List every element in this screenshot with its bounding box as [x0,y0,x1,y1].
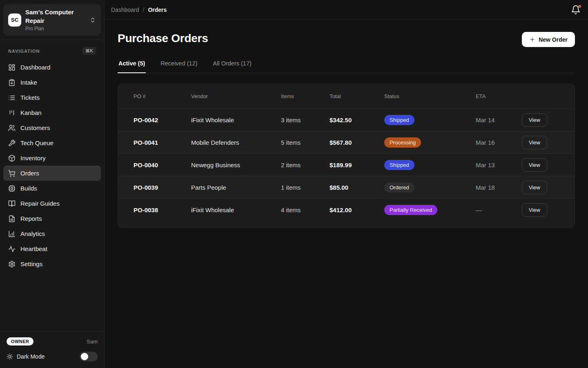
view-button[interactable]: View [522,158,547,172]
sidebar-item-label: Customers [20,124,50,131]
sidebar-item-heartbeat[interactable]: Heartbeat [3,241,101,256]
table-row[interactable]: PO-0038 iFixit Wholesale 4 items $412.00… [118,198,575,221]
status-badge: Ordered [384,182,414,193]
eta-date: Mar 14 [476,117,522,123]
sidebar-item-label: Kanban [20,109,42,116]
po-number: PO-0039 [134,184,191,191]
cpu-icon [8,185,16,192]
view-button[interactable]: View [522,113,547,127]
sidebar-item-orders[interactable]: Orders [3,166,101,181]
activity-icon [8,245,16,253]
tabs: Active (5)Received (12)All Orders (17) [118,60,575,73]
order-total: $189.99 [330,162,384,168]
sidebar-item-builds[interactable]: Builds [3,181,101,196]
table-header: PO #VendorItemsTotalStatusETA [118,84,575,108]
sidebar-item-customers[interactable]: Customers [3,120,101,135]
items-count: 3 items [281,117,330,123]
order-total: $567.80 [330,139,384,146]
sidebar-item-label: Repair Guides [20,200,60,207]
breadcrumb-separator: / [143,7,145,13]
tab-received-12[interactable]: Received (12) [160,60,198,73]
sidebar-item-label: Analytics [20,230,45,237]
table-row[interactable]: PO-0040 Newegg Business 2 items $189.99 … [118,153,575,176]
sidebar-item-reports[interactable]: Reports [3,211,101,226]
vendor-name: Mobile Defenders [191,139,281,146]
page-header: Purchase Orders New Order [118,32,575,47]
sidebar-item-dashboard[interactable]: Dashboard [3,60,101,75]
command-k-shortcut[interactable]: ⌘K [82,47,96,55]
package-icon [8,155,16,162]
dark-mode-row: Dark Mode [7,352,98,361]
role-badge: OWNER [7,337,33,346]
sidebar-item-intake[interactable]: Intake [3,75,101,90]
nav-section-label: NAVIGATION [8,49,40,54]
plus-icon [529,36,535,43]
kanban-icon [8,109,16,117]
page-content: Purchase Orders New Order Active (5)Rece… [105,20,588,240]
users-icon [8,124,16,132]
toggle-knob [81,353,88,360]
org-meta: Sam's Computer Repair Pro Plan [25,8,85,31]
eta-date: Mar 13 [476,162,522,168]
orders-table-card: PO #VendorItemsTotalStatusETA PO-0042 iF… [118,83,575,228]
sidebar-item-label: Tech Queue [20,139,53,146]
nav-list: Dashboard Intake Tickets Kanban Customer… [0,59,104,272]
vendor-name: Newegg Business [191,162,281,168]
sidebar-item-inventory[interactable]: Inventory [3,150,101,166]
org-switcher[interactable]: SC Sam's Computer Repair Pro Plan [3,4,101,36]
breadcrumb: Dashboard / Orders [111,7,167,13]
new-order-button[interactable]: New Order [522,32,575,47]
dashboard-icon [8,64,16,71]
items-count: 2 items [281,162,330,168]
sidebar-item-label: Orders [20,170,39,177]
sidebar-item-label: Builds [20,185,37,192]
status-badge: Processing [384,137,421,148]
sidebar-item-label: Reports [20,215,42,222]
breadcrumb-dashboard[interactable]: Dashboard [111,7,139,13]
book-open-icon [8,200,16,207]
wrench-icon [8,139,16,147]
notification-dot [578,5,581,8]
tab-active-5[interactable]: Active (5) [118,60,146,73]
sidebar-item-label: Inventory [20,155,46,162]
topbar: Dashboard / Orders [105,0,588,20]
table-row[interactable]: PO-0042 iFixit Wholesale 3 items $342.50… [118,108,575,131]
eta-date: — [476,206,522,213]
main-area: Dashboard / Orders Purchase Orders New O… [105,0,588,368]
sidebar-item-repair-guides[interactable]: Repair Guides [3,196,101,211]
dark-mode-toggle[interactable] [80,352,98,361]
sidebar-item-label: Intake [20,79,37,86]
order-total: $342.50 [330,117,384,123]
vendor-name: Parts People [191,184,281,191]
view-button[interactable]: View [522,203,547,217]
sidebar-item-analytics[interactable]: Analytics [3,226,101,241]
po-number: PO-0038 [134,206,191,213]
sidebar-footer: OWNER Sam Dark Mode [0,331,104,368]
po-number: PO-0042 [134,117,191,123]
new-order-label: New Order [539,36,568,43]
view-button[interactable]: View [522,136,547,149]
tab-all-orders-17[interactable]: All Orders (17) [212,60,252,73]
bar-chart-icon [8,230,16,238]
settings-icon [8,260,16,268]
sun-icon [7,353,13,360]
items-count: 5 items [281,139,330,146]
sidebar-item-settings[interactable]: Settings [3,256,101,272]
column-header: ETA [476,93,522,99]
table-body: PO-0042 iFixit Wholesale 3 items $342.50… [118,108,575,221]
notifications-button[interactable] [571,5,581,15]
list-icon [8,94,16,101]
column-header: PO # [134,93,191,99]
table-row[interactable]: PO-0041 Mobile Defenders 5 items $567.80… [118,131,575,153]
org-name: Sam's Computer Repair [25,8,85,25]
status-badge: Shipped [384,160,414,170]
view-button[interactable]: View [522,181,547,194]
vendor-name: iFixit Wholesale [191,117,281,123]
table-row[interactable]: PO-0039 Parts People 1 items $85.00 Orde… [118,176,575,198]
dark-mode-label: Dark Mode [17,353,76,360]
sidebar-item-kanban[interactable]: Kanban [3,105,101,120]
sidebar-item-tech-queue[interactable]: Tech Queue [3,135,101,150]
sidebar-item-tickets[interactable]: Tickets [3,90,101,105]
sidebar: SC Sam's Computer Repair Pro Plan NAVIGA… [0,0,105,368]
nav-header: NAVIGATION ⌘K [0,40,104,59]
